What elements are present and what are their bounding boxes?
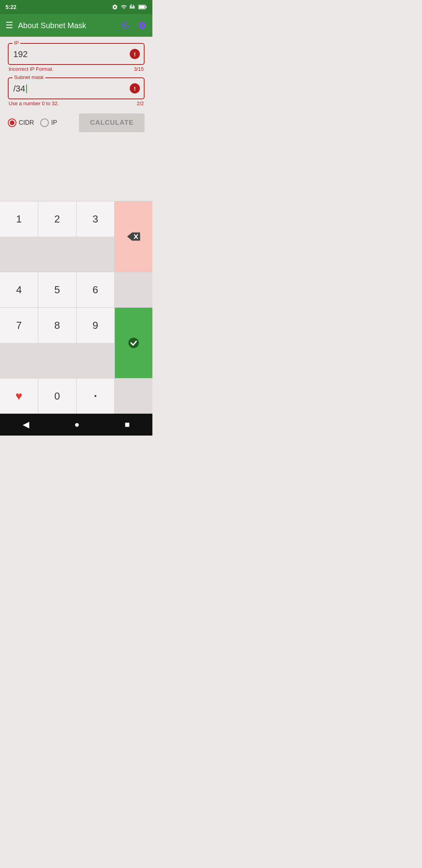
- app-title: About Subnet Mask: [18, 21, 116, 30]
- subnet-hint-row: Use a number 0 to 32. 2/2: [8, 99, 145, 110]
- ip-char-count: 3/15: [134, 66, 144, 72]
- wifi-icon: [120, 4, 127, 10]
- key-2[interactable]: 2: [38, 201, 77, 237]
- keyboard-row-4: ♥ 0 ·: [0, 378, 152, 414]
- radio-cidr-label: CIDR: [19, 119, 34, 126]
- status-bar: 5:22: [0, 0, 152, 14]
- subnet-field-value[interactable]: /34: [13, 83, 127, 95]
- recents-button[interactable]: ■: [113, 416, 141, 433]
- keyboard-row-3: 7 8 9: [0, 308, 152, 378]
- svg-rect-1: [146, 6, 147, 8]
- subnet-field-wrapper: Subnet mask /34 ! Use a number 0 to 32. …: [8, 77, 145, 110]
- key-9[interactable]: 9: [77, 308, 114, 343]
- back-button[interactable]: ◀: [11, 416, 41, 433]
- main-content: IP 192 ! Incorrect IP Format. 3/15 Subne…: [0, 37, 152, 201]
- settings-status-icon: [112, 4, 118, 10]
- battery-icon: [138, 4, 147, 10]
- content-spacer: [8, 132, 145, 195]
- ip-field-box[interactable]: IP 192 !: [8, 43, 145, 65]
- key-5[interactable]: 5: [38, 272, 77, 307]
- menu-button[interactable]: ☰: [5, 20, 13, 30]
- radio-group: CIDR IP: [8, 118, 79, 127]
- status-time: 5:22: [5, 4, 112, 10]
- history-icon[interactable]: [120, 21, 130, 30]
- subnet-error-text: Use a number 0 to 32.: [9, 100, 59, 106]
- key-0[interactable]: 0: [38, 378, 77, 414]
- radio-cidr-outer: [8, 118, 16, 127]
- key-6[interactable]: 6: [77, 272, 114, 307]
- checkmark-icon: [127, 337, 140, 349]
- key-4[interactable]: 4: [0, 272, 38, 307]
- key-dot[interactable]: ·: [77, 378, 114, 414]
- svg-rect-2: [139, 5, 145, 9]
- status-icons: [112, 4, 147, 10]
- svg-point-3: [128, 338, 139, 348]
- key-1[interactable]: 1: [0, 201, 38, 237]
- key-8[interactable]: 8: [38, 308, 77, 343]
- key-heart[interactable]: ♥: [0, 378, 38, 414]
- radio-ip[interactable]: IP: [40, 118, 57, 127]
- signal-icon: [130, 4, 136, 10]
- keyboard: 1 2 3 4 5 6 7 8 9: [0, 201, 152, 414]
- ip-error-text: Incorrect IP Format.: [9, 66, 54, 72]
- radio-ip-label: IP: [51, 119, 57, 126]
- key-7[interactable]: 7: [0, 308, 38, 343]
- home-button[interactable]: ●: [63, 416, 91, 433]
- calculate-button[interactable]: CALCULATE: [79, 113, 145, 132]
- action-row: CIDR IP CALCULATE: [8, 113, 145, 132]
- settings-icon[interactable]: [138, 21, 147, 30]
- radio-cidr[interactable]: CIDR: [8, 118, 34, 127]
- keyboard-row-2: 4 5 6: [0, 272, 152, 308]
- ip-error-icon: !: [130, 49, 140, 59]
- ip-field-value[interactable]: 192: [13, 48, 127, 60]
- key-ok[interactable]: [114, 308, 153, 378]
- subnet-char-count: 2/2: [137, 100, 144, 106]
- ip-field-label: IP: [13, 40, 20, 46]
- nav-bar: ◀ ● ■: [0, 414, 152, 436]
- radio-ip-outer: [40, 118, 49, 127]
- keyboard-row-1: 1 2 3: [0, 201, 152, 272]
- key-3[interactable]: 3: [77, 201, 114, 237]
- radio-cidr-inner: [10, 120, 14, 125]
- subnet-field-label: Subnet mask: [13, 74, 45, 80]
- app-bar: ☰ About Subnet Mask: [0, 14, 152, 37]
- subnet-field-box[interactable]: Subnet mask /34 !: [8, 77, 145, 99]
- key-delete[interactable]: [114, 201, 153, 272]
- cursor: [26, 84, 27, 93]
- ip-field-wrapper: IP 192 ! Incorrect IP Format. 3/15: [8, 43, 145, 76]
- backspace-icon: [127, 231, 141, 242]
- subnet-error-icon: !: [130, 83, 140, 93]
